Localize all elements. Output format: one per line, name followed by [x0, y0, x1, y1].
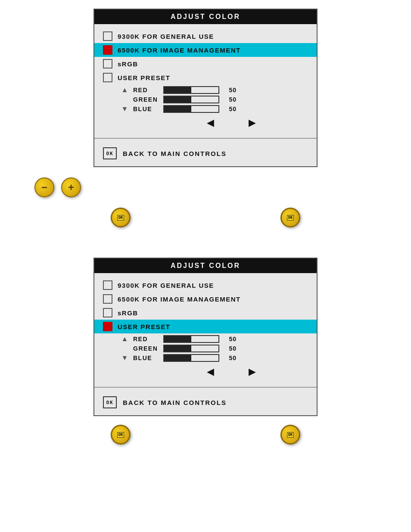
blue-value: 50 — [224, 106, 237, 112]
nav-right-arrow-2[interactable]: ▶ — [249, 366, 256, 377]
p2-label-6500k: 6500K FOR IMAGE MANAGEMENT — [118, 296, 241, 303]
ok-badges-row-bottom: OK OK — [93, 425, 318, 445]
blue-slider-fill — [164, 106, 191, 112]
p2-item-srgb[interactable]: sRGB — [103, 306, 308, 320]
p2-green-slider-fill — [164, 345, 191, 352]
red-up-icon: ▲ — [120, 86, 130, 94]
back-row-2[interactable]: OK BACK TO MAIN CONTROLS — [94, 389, 317, 415]
p2-red-slider-bar[interactable] — [163, 335, 219, 343]
ok-badge-right-top-text: OK — [287, 215, 294, 221]
p2-icon-6500k — [103, 294, 112, 304]
green-slider-bar[interactable] — [163, 96, 219, 103]
p2-slider-row-blue[interactable]: ▼ BLUE 50 — [120, 354, 308, 362]
p2-red-label: RED — [133, 336, 159, 342]
ok-badge-left-bottom[interactable]: OK — [111, 425, 131, 445]
red-value: 50 — [224, 87, 237, 93]
divider-2 — [94, 387, 317, 388]
blue-slider-bar[interactable] — [163, 105, 219, 113]
spacer-1 — [0, 227, 411, 245]
icon-user-preset — [103, 73, 112, 82]
ok-icon-1: OK — [103, 147, 117, 159]
p2-green-label: GREEN — [133, 345, 159, 352]
label-6500k: 6500K FOR IMAGE MANAGEMENT — [118, 47, 241, 54]
nav-arrows-1: ◀ ▶ — [155, 115, 308, 131]
red-slider-bar[interactable] — [163, 86, 219, 94]
icon-6500k — [103, 45, 112, 55]
minus-button[interactable]: − — [34, 177, 54, 197]
label-9300k: 9300K FOR GENERAL USE — [118, 33, 214, 40]
p2-blue-label: BLUE — [133, 355, 159, 361]
ok-badge-right-top[interactable]: OK — [280, 208, 300, 227]
blue-label: BLUE — [133, 106, 159, 112]
p2-green-value: 50 — [224, 345, 237, 352]
ok-icon-2: OK — [103, 396, 117, 408]
green-label: GREEN — [133, 96, 159, 103]
nav-arrows-2: ◀ ▶ — [155, 364, 308, 380]
panel2-title: ADJUST COLOR — [94, 258, 317, 273]
slider-row-red[interactable]: ▲ RED 50 — [120, 86, 308, 94]
p2-label-9300k: 9300K FOR GENERAL USE — [118, 282, 214, 289]
p2-item-6500k[interactable]: 6500K FOR IMAGE MANAGEMENT — [103, 292, 308, 306]
plus-button[interactable]: + — [61, 177, 81, 197]
color-sliders-2: ▲ RED 50 GREEN 50 ▼ BLUE — [120, 335, 308, 380]
slider-row-blue[interactable]: ▼ BLUE 50 — [120, 105, 308, 113]
p2-red-value: 50 — [224, 336, 237, 342]
label-srgb: sRGB — [118, 60, 138, 68]
item-6500k[interactable]: 6500K FOR IMAGE MANAGEMENT — [94, 43, 317, 57]
item-user-preset[interactable]: USER PRESET — [103, 71, 308, 84]
red-slider-fill — [164, 87, 191, 93]
p2-item-9300k[interactable]: 9300K FOR GENERAL USE — [103, 278, 308, 292]
p2-label-user-preset: USER PRESET — [118, 323, 170, 330]
green-slider-fill — [164, 96, 191, 103]
osd-panel-1: ADJUST COLOR 9300K FOR GENERAL USE 6500K… — [93, 9, 318, 167]
nav-right-arrow-1[interactable]: ▶ — [249, 117, 256, 128]
p2-blue-value: 50 — [224, 355, 237, 361]
p2-red-up-icon: ▲ — [120, 335, 130, 343]
icon-srgb — [103, 59, 112, 68]
p2-icon-9300k — [103, 280, 112, 290]
item-9300k[interactable]: 9300K FOR GENERAL USE — [103, 29, 308, 43]
ok-badge-left-top[interactable]: OK — [111, 208, 131, 227]
p2-green-slider-bar[interactable] — [163, 345, 219, 352]
green-value: 50 — [224, 96, 237, 103]
blue-down-icon: ▼ — [120, 105, 130, 113]
p2-label-srgb: sRGB — [118, 309, 138, 317]
color-sliders-1: ▲ RED 50 GREEN 50 ▼ BLUE — [120, 86, 308, 131]
p2-slider-row-green[interactable]: GREEN 50 — [120, 345, 308, 352]
divider-1 — [94, 138, 317, 139]
ok-badge-left-bottom-text: OK — [117, 432, 125, 438]
ok-badge-left-top-text: OK — [117, 215, 125, 221]
ok-badge-right-bottom-text: OK — [287, 432, 294, 438]
icon-9300k — [103, 31, 112, 41]
nav-left-arrow-1[interactable]: ◀ — [207, 117, 214, 128]
back-label-2: BACK TO MAIN CONTROLS — [123, 399, 227, 406]
p2-blue-slider-bar[interactable] — [163, 354, 219, 362]
panel2-body: 9300K FOR GENERAL USE 6500K FOR IMAGE MA… — [94, 273, 317, 385]
slider-row-green[interactable]: GREEN 50 — [120, 96, 308, 103]
ok-badge-right-bottom[interactable]: OK — [280, 425, 300, 445]
ok-text-2: OK — [106, 400, 113, 405]
osd-panel-2: ADJUST COLOR 9300K FOR GENERAL USE 6500K… — [93, 258, 318, 416]
p2-icon-srgb — [103, 308, 112, 317]
panel1-title: ADJUST COLOR — [94, 9, 317, 24]
item-srgb[interactable]: sRGB — [103, 57, 308, 71]
ok-badges-row-top: OK OK — [93, 208, 318, 227]
back-row-1[interactable]: OK BACK TO MAIN CONTROLS — [94, 140, 317, 166]
ok-text-1: OK — [106, 151, 113, 156]
p2-slider-row-red[interactable]: ▲ RED 50 — [120, 335, 308, 343]
red-label: RED — [133, 87, 159, 93]
p2-red-slider-fill — [164, 336, 191, 342]
label-user-preset: USER PRESET — [118, 74, 170, 81]
p2-blue-slider-fill — [164, 355, 191, 361]
nav-left-arrow-2[interactable]: ◀ — [207, 366, 214, 377]
p2-blue-down-icon: ▼ — [120, 354, 130, 362]
panel1-body: 9300K FOR GENERAL USE 6500K FOR IMAGE MA… — [94, 24, 317, 136]
back-label-1: BACK TO MAIN CONTROLS — [123, 150, 227, 157]
p2-icon-user-preset — [103, 322, 112, 331]
p2-item-user-preset[interactable]: USER PRESET — [94, 320, 317, 333]
minus-plus-controls: − + — [34, 177, 411, 197]
